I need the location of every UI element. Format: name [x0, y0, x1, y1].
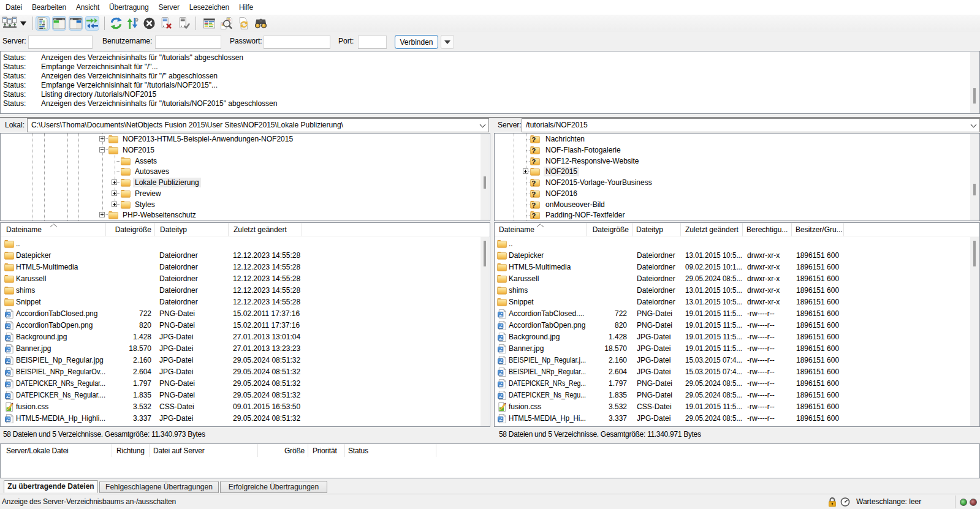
tree-item[interactable]: onMouseover-Bild [495, 199, 979, 210]
column-header[interactable]: Zuletzt geändert [680, 223, 742, 236]
tree-item[interactable]: Padding-NOF-Textfelder [495, 209, 979, 221]
tree-item[interactable]: NOF12-Responsive-Website [495, 156, 979, 167]
tree-item[interactable]: Styles [1, 199, 490, 210]
tree-item[interactable]: Nachrichten [495, 134, 979, 145]
file-row[interactable]: BEISPIEL_Np_Regular.j... 2.160 JPG-Datei… [495, 355, 979, 366]
file-row[interactable]: AccordionTabOpen.png 820 PNG-Datei 15.02… [1, 320, 490, 331]
file-row[interactable]: Background.jpg 1.428 JPG-Datei 27.01.201… [1, 331, 490, 343]
queue-column-header[interactable]: Server/Lokale Datei [1, 444, 112, 457]
site-manager-button[interactable] [1, 16, 18, 31]
menu-bearbeiten[interactable]: Bearbeiten [27, 0, 71, 15]
remote-list-scrollbar-thumb[interactable] [973, 241, 976, 266]
file-row[interactable]: AccordionTabClosed.... 722 PNG-Datei 19.… [495, 308, 979, 320]
remote-directory-tree[interactable]: Nachrichten NOF-Flash-Fotogalerie NOF12-… [494, 133, 980, 221]
remote-file-list[interactable]: Dateiname Dateigröße Dateityp Zuletzt ge… [494, 222, 980, 427]
toggle-remote-tree-button[interactable] [69, 16, 83, 31]
local-list-scrollbar-thumb[interactable] [484, 241, 486, 266]
column-header[interactable]: Dateigröße [586, 223, 632, 236]
directory-listing-filters-button[interactable] [237, 16, 251, 31]
process-queue-button[interactable] [126, 16, 140, 31]
quickconnect-dropdown-button[interactable] [441, 35, 454, 49]
tree-expander-plus-icon[interactable] [99, 212, 105, 217]
tree-expander-plus-icon[interactable] [112, 190, 117, 196]
file-row[interactable]: HTML5-Multimedia Dateiordner 12.12.2023 … [1, 262, 490, 273]
toggle-transfer-queue-button[interactable] [85, 16, 99, 31]
reconnect-button[interactable] [177, 16, 191, 31]
tab-queued-files[interactable]: Zu übertragende Dateien [4, 480, 98, 493]
column-header[interactable]: Besitzer/Gru... [791, 223, 843, 236]
connect-button[interactable]: Verbinden [395, 35, 438, 49]
queue-column-header[interactable]: Richtung [112, 444, 149, 457]
tree-item[interactable]: NOF2015-Vorlage-YourBusiness [495, 177, 979, 188]
queue-column-header[interactable]: Status [344, 444, 436, 457]
file-row[interactable]: BEISPIEL_Np_Regular.jpg 2.160 JPG-Datei … [1, 355, 490, 366]
server-input[interactable] [28, 36, 93, 49]
local-list-scrollbar[interactable] [481, 237, 489, 426]
queue-column-header[interactable]: Größe [257, 444, 308, 457]
toggle-message-log-button[interactable] [36, 16, 50, 31]
file-row[interactable]: Banner.jpg 18.570 JPG-Datei 27.01.2013 1… [1, 343, 490, 355]
file-row[interactable]: Karussell Dateiordner 12.12.2023 14:55:2… [1, 273, 490, 285]
cancel-button[interactable] [142, 16, 156, 31]
chevron-down-icon[interactable] [970, 124, 977, 128]
tree-item[interactable]: NOF2015 [1, 145, 490, 156]
site-manager-dropdown-button[interactable] [18, 16, 28, 31]
tree-expander-minus-icon[interactable] [99, 147, 105, 153]
tree-item[interactable]: Assets [1, 156, 490, 167]
column-header[interactable]: Dateityp [632, 223, 680, 236]
synchronized-browsing-button[interactable] [219, 16, 234, 31]
tree-expander-plus-icon[interactable] [523, 168, 528, 174]
tree-item[interactable]: NOF2013-HTML5-Beispiel-Anwendungen-NOF20… [1, 134, 490, 145]
file-row[interactable]: fusion.css 3.532 CSS-Datei 19.01.2015 11… [495, 401, 979, 413]
log-scrollbar[interactable] [970, 52, 979, 113]
menu-ansicht[interactable]: Ansicht [71, 0, 104, 15]
queue-column-header[interactable]: Priorität [308, 444, 344, 457]
disconnect-button[interactable] [159, 16, 173, 31]
tree-item[interactable]: Autosaves [1, 166, 490, 177]
file-row[interactable]: Background.jpg 1.428 JPG-Datei 19.01.201… [495, 331, 979, 343]
tree-item[interactable]: NOF2015 [495, 166, 979, 177]
password-input[interactable] [264, 36, 330, 49]
remote-tree-scrollbar-thumb[interactable] [973, 184, 976, 195]
menu-hilfe[interactable]: Hilfe [234, 0, 258, 15]
message-log[interactable]: Status:Anzeigen des Verzeichnisinhalts f… [0, 51, 980, 114]
tree-expander-plus-icon[interactable] [99, 136, 105, 141]
file-row[interactable]: shims Dateiordner 13.01.2015 10:5... drw… [495, 285, 979, 296]
file-row[interactable]: BEISPIEL_NRp_Regular... 2.604 JPG-Datei … [495, 366, 979, 378]
tree-item[interactable]: Lokale Publizierung [1, 177, 490, 188]
username-input[interactable] [155, 36, 221, 49]
file-row[interactable]: Datepicker Dateiordner 13.01.2015 10:5..… [495, 250, 979, 262]
refresh-button[interactable] [109, 16, 123, 31]
column-header[interactable]: Dateigröße [105, 223, 154, 236]
toggle-local-tree-button[interactable] [52, 16, 66, 31]
remote-list-scrollbar[interactable] [970, 237, 979, 426]
file-row[interactable]: BEISPIEL_NRp_RegularOv... 2.604 JPG-Date… [1, 366, 490, 378]
column-header[interactable]: Zuletzt geändert [228, 223, 302, 236]
transfer-queue[interactable]: Server/Lokale Datei Richtung Datei auf S… [0, 443, 980, 478]
tree-expander-plus-icon[interactable] [112, 179, 117, 185]
queue-column-header[interactable]: Datei auf Server [149, 444, 257, 457]
tree-expander-plus-icon[interactable] [112, 202, 117, 207]
file-row[interactable]: Datepicker Dateiordner 12.12.2023 14:55:… [1, 250, 490, 262]
log-scrollbar-thumb[interactable] [973, 88, 976, 104]
column-header[interactable]: Berechtigu... [742, 223, 791, 236]
local-tree-scrollbar[interactable] [481, 134, 489, 220]
file-row[interactable]: fusion.css 3.532 CSS-Datei 09.01.2015 16… [1, 401, 490, 413]
tree-item[interactable]: NOF2016 [495, 188, 979, 199]
file-row[interactable]: HTML5-MEDIA_Hp_Highli... 3.337 JPG-Datei… [1, 413, 490, 424]
lock-icon[interactable] [827, 497, 837, 507]
file-row[interactable]: DATEPICKER_Ns_Regular.... 1.835 PNG-Date… [1, 390, 490, 401]
tree-item[interactable]: NOF-Flash-Fotogalerie [495, 145, 979, 156]
tab-failed-transfers[interactable]: Fehlgeschlagene Übertragungen [99, 481, 219, 493]
file-row[interactable]: AccordionTabOpen.png 820 PNG-Datei 19.01… [495, 320, 979, 331]
column-header[interactable]: Dateityp [154, 223, 228, 236]
speed-limits-icon[interactable] [840, 497, 850, 507]
tab-successful-transfers[interactable]: Erfolgreiche Übertragungen [220, 481, 327, 493]
remote-tree-scrollbar[interactable] [970, 134, 979, 220]
file-row[interactable]: HTML5-MEDIA_Hp_Hi... 3.337 JPG-Datei 29.… [495, 413, 979, 424]
file-row[interactable]: Banner.jpg 18.570 JPG-Datei 19.01.2015 1… [495, 343, 979, 355]
menu-datei[interactable]: Datei [1, 0, 27, 15]
port-input[interactable] [358, 36, 387, 49]
file-row[interactable]: DATEPICKER_NRs_Regular... 1.797 PNG-Date… [1, 378, 490, 390]
menu-uebertragung[interactable]: Übertragung [104, 0, 154, 15]
